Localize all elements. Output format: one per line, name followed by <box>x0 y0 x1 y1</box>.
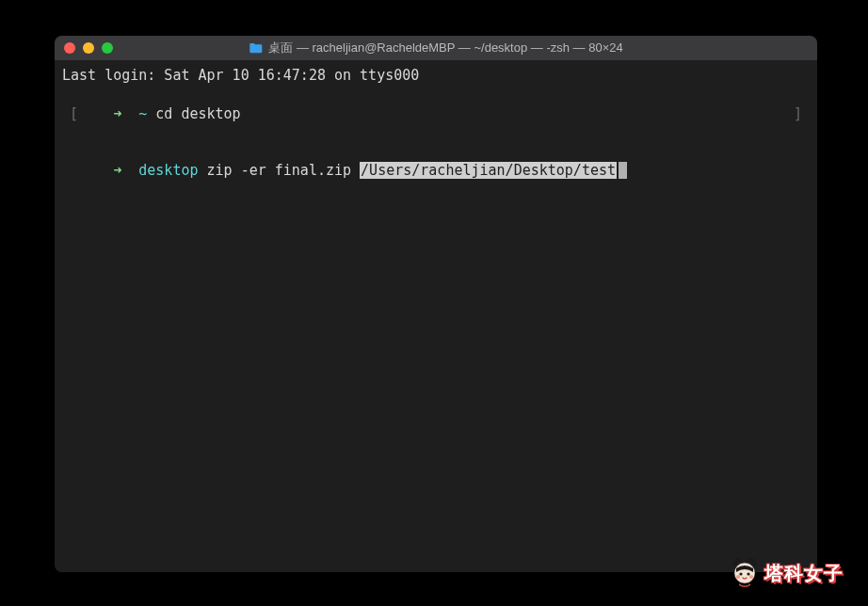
svg-point-4 <box>739 572 742 575</box>
highlighted-path: /Users/racheljian/Desktop/test <box>360 162 617 179</box>
watermark: 塔科女子 <box>731 557 844 589</box>
folder-icon <box>249 42 263 54</box>
prompt-line-2: ➜ desktop zip -er final.zip /Users/rache… <box>62 142 810 199</box>
svg-point-5 <box>747 572 749 575</box>
traffic-lights <box>64 42 113 54</box>
terminal-body[interactable]: Last login: Sat Apr 10 16:47:28 on ttys0… <box>55 60 817 572</box>
bracket-right: ] <box>794 104 802 123</box>
watermark-text: 塔科女子 <box>764 561 844 586</box>
bracket-left: [ <box>70 104 78 123</box>
window-title-text: 桌面 — racheljian@RacheldeMBP — ~/desktop … <box>268 40 622 56</box>
window-title: 桌面 — racheljian@RacheldeMBP — ~/desktop … <box>249 40 622 56</box>
minimize-button[interactable] <box>83 42 94 54</box>
home-tilde: ~ <box>130 105 147 122</box>
prompt-arrow: ➜ <box>113 105 130 122</box>
svg-point-6 <box>736 575 740 579</box>
last-login-line: Last login: Sat Apr 10 16:47:28 on ttys0… <box>62 66 810 85</box>
titlebar[interactable]: 桌面 — racheljian@RacheldeMBP — ~/desktop … <box>55 36 817 60</box>
current-dir: desktop <box>130 162 198 179</box>
svg-point-7 <box>749 575 753 579</box>
cursor <box>619 162 627 179</box>
command-text: zip -er final.zip <box>199 162 361 179</box>
terminal-window: 桌面 — racheljian@RacheldeMBP — ~/desktop … <box>55 36 817 572</box>
prompt-line-1: [➜ ~ cd desktop] <box>62 85 810 142</box>
close-button[interactable] <box>64 42 75 54</box>
mascot-icon <box>731 557 759 589</box>
prompt-arrow: ➜ <box>113 162 130 179</box>
command-text: cd desktop <box>147 105 240 122</box>
maximize-button[interactable] <box>102 42 113 54</box>
